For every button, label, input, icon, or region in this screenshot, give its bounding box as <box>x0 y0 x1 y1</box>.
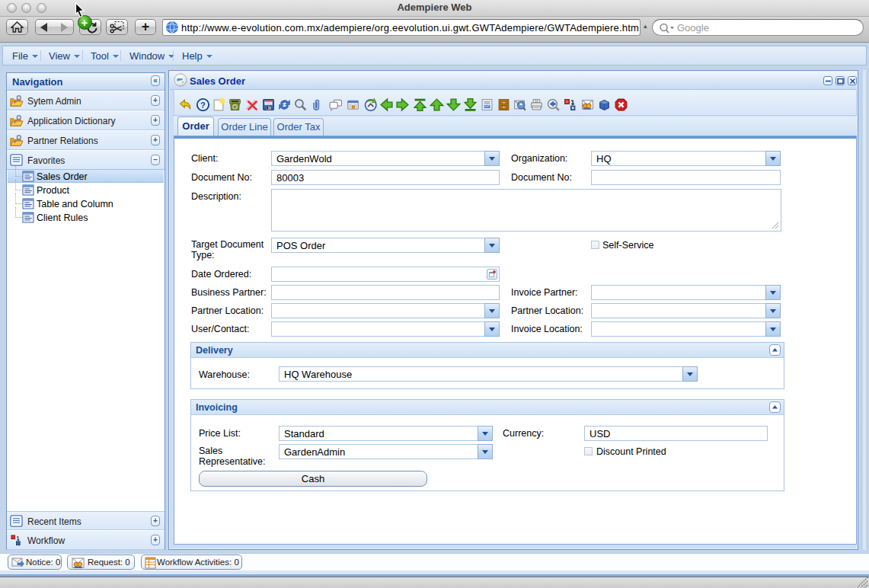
svg-text:?: ? <box>200 101 206 110</box>
